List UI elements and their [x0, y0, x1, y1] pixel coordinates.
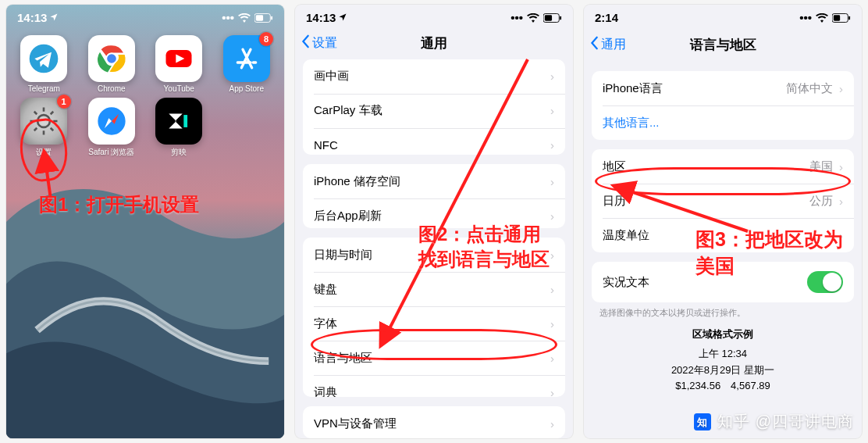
svg-rect-1 — [256, 15, 263, 20]
row-calendar[interactable]: 日历 公历› — [592, 184, 854, 218]
chevron-right-icon: › — [550, 317, 554, 330]
svg-rect-19 — [848, 16, 850, 20]
chevron-right-icon: › — [550, 70, 554, 83]
status-indicators: ••• — [222, 11, 273, 24]
app-label: Telegram — [28, 84, 60, 93]
chevron-right-icon: › — [839, 160, 843, 173]
chevron-right-icon: › — [550, 175, 554, 188]
chevron-right-icon: › — [550, 209, 554, 223]
chevron-right-icon: › — [550, 386, 554, 398]
example-line: $1,234.56 4,567.89 — [584, 378, 862, 395]
row-fonts[interactable]: 字体› — [303, 306, 565, 341]
iphone-general-settings: 14:13 ••• 设置 通用 画中画› CarPlay 车载› NFC› iP… — [295, 5, 573, 438]
svg-point-8 — [37, 115, 50, 127]
app-safari[interactable]: Safari 浏览器 — [80, 98, 144, 158]
app-label: 设置 — [36, 147, 52, 158]
status-time: 14:13 — [306, 11, 336, 24]
row-label: NFC — [314, 138, 338, 152]
status-indicators: ••• — [510, 11, 562, 24]
badge: 1 — [57, 95, 71, 109]
row-label: 语言与地区 — [314, 351, 372, 366]
app-appstore[interactable]: 8 App Store — [215, 35, 279, 93]
chevron-right-icon: › — [839, 82, 843, 95]
row-label: 日历 — [603, 194, 626, 209]
live-text-toggle[interactable] — [807, 271, 843, 293]
battery-icon — [543, 13, 562, 23]
row-label: 键盘 — [314, 282, 337, 297]
settings-group: 实况文本 — [592, 262, 854, 302]
app-youtube[interactable]: YouTube — [148, 35, 211, 93]
row-label: 后台App刷新 — [314, 209, 382, 223]
row-label: 字体 — [314, 316, 337, 331]
row-date-time[interactable]: 日期与时间› — [303, 238, 565, 272]
app-capcut[interactable]: 剪映 — [148, 98, 211, 158]
row-nfc[interactable]: NFC› — [303, 128, 565, 155]
nav-bar: 设置 通用 — [295, 27, 573, 59]
app-label: YouTube — [164, 84, 194, 93]
row-label: CarPlay 车载 — [314, 103, 382, 118]
wallpaper-shapes — [6, 138, 284, 438]
location-icon — [338, 11, 347, 24]
annotation-text: 图1：打开手机设置 — [39, 192, 199, 217]
svg-text:知: 知 — [696, 416, 708, 427]
battery-icon — [254, 13, 273, 23]
row-label: 其他语言... — [603, 116, 660, 130]
watermark-text: 知乎 @四哥讲电商 — [717, 411, 854, 432]
app-label: 剪映 — [171, 147, 187, 158]
annotation-arrow — [39, 156, 62, 206]
row-vpn-device-mgmt[interactable]: VPN与设备管理› — [303, 406, 565, 438]
location-icon — [49, 11, 59, 24]
settings-group: 日期与时间› 键盘› 字体› 语言与地区› 词典› — [303, 238, 565, 397]
row-language-region[interactable]: 语言与地区› — [303, 341, 565, 375]
chevron-right-icon: › — [550, 417, 554, 430]
dots-icon: ••• — [222, 11, 234, 24]
settings-group: 地区 美国› 日历 公历› 温度单位 › — [592, 149, 854, 252]
chevron-right-icon: › — [839, 229, 843, 242]
row-detail: 简体中文 — [786, 81, 833, 96]
app-grid: Telegram Chrome YouTube 8 App Store 1 设置 — [6, 27, 284, 158]
row-label: 日期与时间 — [314, 248, 372, 263]
row-label: iPhone 储存空间 — [314, 174, 400, 189]
settings-group: 画中画› CarPlay 车载› NFC› — [303, 59, 565, 155]
app-chrome[interactable]: Chrome — [80, 35, 144, 93]
row-region[interactable]: 地区 美国› — [592, 149, 854, 184]
telegram-icon — [20, 35, 67, 82]
chevron-right-icon: › — [550, 104, 554, 117]
dots-icon: ••• — [799, 11, 812, 24]
row-label: VPN与设备管理 — [314, 416, 397, 431]
battery-icon — [832, 13, 851, 23]
youtube-icon — [155, 35, 202, 82]
chevron-right-icon: › — [550, 283, 554, 296]
chevron-right-icon: › — [550, 248, 554, 262]
capcut-icon — [155, 98, 202, 145]
chevron-right-icon: › — [839, 195, 843, 208]
nav-bar: 通用 语言与地区 — [584, 27, 862, 62]
row-dictionary[interactable]: 词典› — [303, 375, 565, 397]
chevron-right-icon: › — [550, 138, 554, 152]
row-iphone-storage[interactable]: iPhone 储存空间› — [303, 164, 565, 198]
safari-icon — [88, 98, 135, 145]
row-background-refresh[interactable]: 后台App刷新› — [303, 198, 565, 228]
svg-rect-14 — [545, 15, 552, 20]
svg-rect-11 — [184, 115, 188, 127]
app-telegram[interactable]: Telegram — [12, 35, 76, 93]
row-iphone-language[interactable]: iPhone语言 简体中文› — [592, 71, 854, 105]
status-bar: 14:13 ••• — [6, 5, 284, 27]
row-keyboard[interactable]: 键盘› — [303, 272, 565, 306]
row-other-languages[interactable]: 其他语言... — [592, 105, 854, 140]
row-detail: 美国 — [809, 159, 833, 174]
row-label: iPhone语言 — [603, 81, 663, 96]
row-temperature-unit[interactable]: 温度单位 › — [592, 218, 854, 252]
app-label: Chrome — [98, 84, 126, 93]
row-picture-in-picture[interactable]: 画中画› — [303, 59, 565, 94]
svg-rect-2 — [271, 16, 272, 20]
row-live-text[interactable]: 实况文本 — [592, 262, 854, 302]
settings-group: VPN与设备管理› — [303, 406, 565, 438]
app-settings[interactable]: 1 设置 — [12, 98, 76, 158]
dots-icon: ••• — [510, 11, 523, 24]
wifi-icon — [816, 13, 828, 23]
example-line: 2022年8月29日 星期一 — [584, 363, 862, 379]
row-carplay[interactable]: CarPlay 车载› — [303, 94, 565, 128]
iphone-home-screen: 14:13 ••• Telegram Chrome YouTube — [6, 5, 284, 438]
app-label: Safari 浏览器 — [88, 147, 134, 158]
